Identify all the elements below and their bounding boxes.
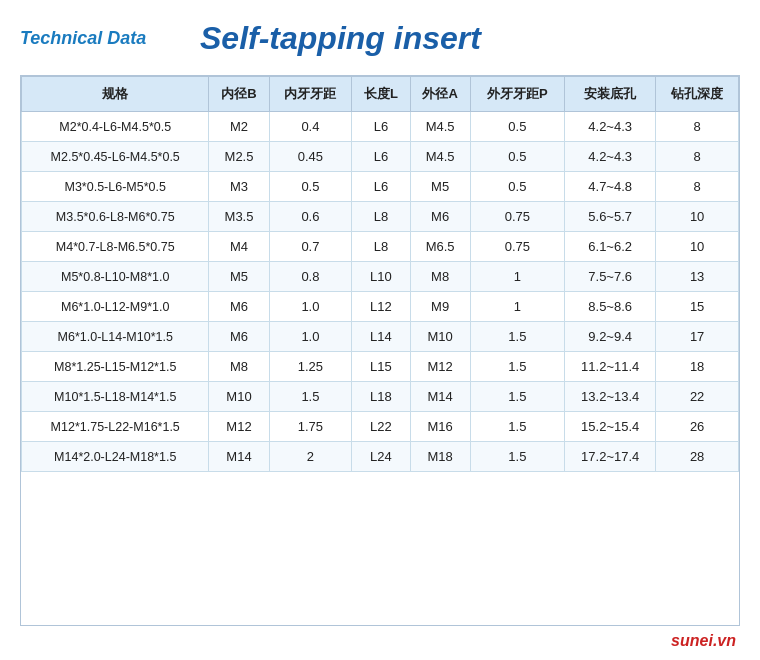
table-cell: 8.5~8.6: [565, 292, 656, 322]
table-cell: 1.0: [269, 292, 352, 322]
table-cell: 0.5: [470, 142, 564, 172]
table-col-header: 外牙牙距P: [470, 77, 564, 112]
table-row: M5*0.8-L10-M8*1.0M50.8L10M817.5~7.613: [22, 262, 739, 292]
table-cell: M14*2.0-L24-M18*1.5: [22, 442, 209, 472]
table-cell: L8: [352, 202, 410, 232]
table-col-header: 安装底孔: [565, 77, 656, 112]
table-col-header: 长度L: [352, 77, 410, 112]
table-header-row: 规格内径B内牙牙距长度L外径A外牙牙距P安装底孔钻孔深度: [22, 77, 739, 112]
table-cell: 1: [470, 292, 564, 322]
table-cell: M16: [410, 412, 470, 442]
table-row: M8*1.25-L15-M12*1.5M81.25L15M121.511.2~1…: [22, 352, 739, 382]
table-cell: M6*1.0-L12-M9*1.0: [22, 292, 209, 322]
table-cell: M9: [410, 292, 470, 322]
footer: sunei.vn: [20, 626, 740, 650]
table-cell: 8: [656, 142, 739, 172]
table-cell: M4*0.7-L8-M6.5*0.75: [22, 232, 209, 262]
table-cell: 2: [269, 442, 352, 472]
table-cell: L6: [352, 142, 410, 172]
table-cell: L6: [352, 112, 410, 142]
table-cell: 1.5: [470, 322, 564, 352]
table-cell: M8*1.25-L15-M12*1.5: [22, 352, 209, 382]
table-cell: M10: [410, 322, 470, 352]
table-cell: L10: [352, 262, 410, 292]
table-cell: M4: [209, 232, 269, 262]
table-cell: M10: [209, 382, 269, 412]
table-cell: M4.5: [410, 112, 470, 142]
table-cell: M14: [209, 442, 269, 472]
table-cell: 6.1~6.2: [565, 232, 656, 262]
table-cell: 1.0: [269, 322, 352, 352]
table-cell: L22: [352, 412, 410, 442]
table-cell: 10: [656, 202, 739, 232]
table-cell: M12: [209, 412, 269, 442]
table-cell: M12: [410, 352, 470, 382]
table-cell: M3.5: [209, 202, 269, 232]
table-row: M12*1.75-L22-M16*1.5M121.75L22M161.515.2…: [22, 412, 739, 442]
table-cell: 0.45: [269, 142, 352, 172]
table-cell: 0.5: [470, 112, 564, 142]
table-cell: 5.6~5.7: [565, 202, 656, 232]
table-cell: M6: [209, 292, 269, 322]
table-cell: M2*0.4-L6-M4.5*0.5: [22, 112, 209, 142]
table-row: M6*1.0-L14-M10*1.5M61.0L14M101.59.2~9.41…: [22, 322, 739, 352]
technical-data-label: Technical Data: [20, 28, 180, 49]
table-cell: 8: [656, 112, 739, 142]
table-cell: M5: [410, 172, 470, 202]
table-cell: 8: [656, 172, 739, 202]
table-cell: 28: [656, 442, 739, 472]
table-cell: 1.5: [470, 442, 564, 472]
table-cell: L18: [352, 382, 410, 412]
table-cell: 13: [656, 262, 739, 292]
table-row: M14*2.0-L24-M18*1.5M142L24M181.517.2~17.…: [22, 442, 739, 472]
table-cell: 1.5: [470, 382, 564, 412]
table-cell: M3.5*0.6-L8-M6*0.75: [22, 202, 209, 232]
table-col-header: 钻孔深度: [656, 77, 739, 112]
table-cell: 0.8: [269, 262, 352, 292]
table-cell: 0.4: [269, 112, 352, 142]
table-row: M2.5*0.45-L6-M4.5*0.5M2.50.45L6M4.50.54.…: [22, 142, 739, 172]
table-cell: M2.5*0.45-L6-M4.5*0.5: [22, 142, 209, 172]
table-col-header: 规格: [22, 77, 209, 112]
table-cell: L6: [352, 172, 410, 202]
table-cell: M8: [410, 262, 470, 292]
table-cell: 9.2~9.4: [565, 322, 656, 352]
table-cell: L8: [352, 232, 410, 262]
table-row: M10*1.5-L18-M14*1.5M101.5L18M141.513.2~1…: [22, 382, 739, 412]
data-table-container: 规格内径B内牙牙距长度L外径A外牙牙距P安装底孔钻孔深度 M2*0.4-L6-M…: [20, 75, 740, 626]
table-cell: 10: [656, 232, 739, 262]
table-cell: 1.25: [269, 352, 352, 382]
table-cell: M18: [410, 442, 470, 472]
table-cell: M3*0.5-L6-M5*0.5: [22, 172, 209, 202]
table-col-header: 内径B: [209, 77, 269, 112]
table-cell: M2.5: [209, 142, 269, 172]
table-col-header: 外径A: [410, 77, 470, 112]
table-cell: 0.75: [470, 202, 564, 232]
table-row: M3*0.5-L6-M5*0.5M30.5L6M50.54.7~4.88: [22, 172, 739, 202]
table-cell: 17: [656, 322, 739, 352]
table-cell: 0.5: [269, 172, 352, 202]
table-col-header: 内牙牙距: [269, 77, 352, 112]
table-cell: 13.2~13.4: [565, 382, 656, 412]
table-cell: 1.75: [269, 412, 352, 442]
table-cell: 1: [470, 262, 564, 292]
table-cell: 0.7: [269, 232, 352, 262]
table-cell: M6.5: [410, 232, 470, 262]
table-row: M6*1.0-L12-M9*1.0M61.0L12M918.5~8.615: [22, 292, 739, 322]
table-cell: 0.5: [470, 172, 564, 202]
table-cell: 18: [656, 352, 739, 382]
table-cell: 0.6: [269, 202, 352, 232]
brand-label: sunei.vn: [671, 632, 736, 650]
table-cell: M3: [209, 172, 269, 202]
table-cell: 17.2~17.4: [565, 442, 656, 472]
table-cell: L24: [352, 442, 410, 472]
table-row: M2*0.4-L6-M4.5*0.5M20.4L6M4.50.54.2~4.38: [22, 112, 739, 142]
table-cell: 15.2~15.4: [565, 412, 656, 442]
table-cell: 1.5: [269, 382, 352, 412]
table-cell: M5*0.8-L10-M8*1.0: [22, 262, 209, 292]
table-cell: M10*1.5-L18-M14*1.5: [22, 382, 209, 412]
table-cell: 0.75: [470, 232, 564, 262]
table-cell: M2: [209, 112, 269, 142]
table-row: M4*0.7-L8-M6.5*0.75M40.7L8M6.50.756.1~6.…: [22, 232, 739, 262]
product-title: Self-tapping insert: [200, 20, 481, 57]
